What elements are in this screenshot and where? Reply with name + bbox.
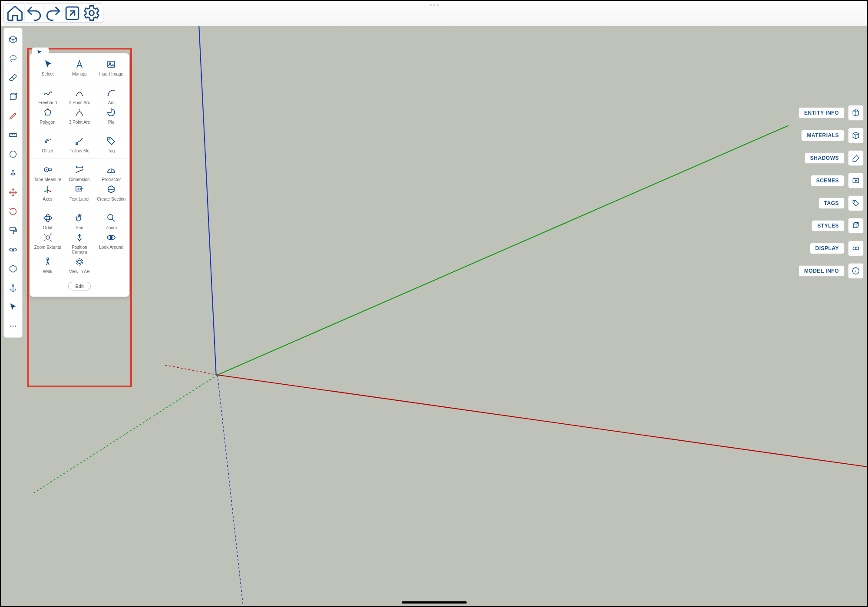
svg-marker-81 [78,260,81,264]
redo-button[interactable] [44,5,63,21]
home-button[interactable] [6,5,25,21]
svg-line-53 [76,170,83,172]
tags-icon[interactable] [848,195,864,211]
more-icon[interactable] [4,317,22,336]
shadows-icon[interactable] [848,150,864,166]
palette-tab[interactable]: + [32,47,49,56]
axis-blue [198,1,216,375]
orbit-icon[interactable] [4,240,22,259]
tool-tag[interactable]: Tag [96,135,127,154]
svg-point-68 [108,214,113,220]
tool-tape-measure[interactable]: Tape Measure [32,163,63,183]
tool-pie[interactable]: Pie [96,106,127,125]
svg-point-26 [15,326,16,327]
viewport-canvas[interactable] [1,1,867,607]
tool-select[interactable]: Select [32,58,63,77]
panel-model-info[interactable]: MODEL INFO [799,265,845,277]
display-icon[interactable] [848,241,864,256]
lasso-select-icon[interactable] [4,49,22,68]
tool-freehand[interactable]: Freehand [32,86,63,106]
tool-protractor[interactable]: Protractor [96,163,127,183]
axes-icon [42,184,53,195]
tool-walk[interactable]: Walk [32,255,63,275]
styles-icon[interactable] [848,218,864,234]
panel-materials[interactable]: MATERIALS [801,130,845,141]
cube-icon[interactable] [4,87,22,106]
svg-rect-5 [10,95,15,99]
palette-group: SelectMarkupInsert Image [30,53,129,82]
pencil-icon[interactable] [4,106,22,125]
tool-axes[interactable]: Axes [32,183,63,202]
tool-label: Tape Measure [34,177,61,182]
tool-label: Look Around [99,245,123,250]
panel-styles[interactable]: STYLES [812,220,845,231]
axis-red-neg [165,365,218,375]
svg-line-74 [50,240,52,241]
tool-look-around[interactable]: Look Around [96,231,127,255]
polygon-tool-icon[interactable] [4,259,22,278]
move-icon[interactable] [4,183,22,202]
svg-point-34 [108,95,109,96]
edit-palette-button[interactable]: Edit [68,282,91,290]
palette-group: Freehand2 Point ArcArcPolygon3 Point Arc… [30,82,129,130]
tool-zoom-extents[interactable]: Zoom Extents [32,231,63,255]
panel-row: MODEL INFO [799,263,864,279]
tool-dimension[interactable]: Dimension [63,163,95,183]
circle-icon[interactable] [4,145,22,164]
tool-orbit[interactable]: Orbit [32,211,63,231]
tool-label: Zoom Extents [34,245,61,250]
tool-label: Freehand [38,100,57,105]
svg-rect-29 [108,61,115,67]
warehouse-icon[interactable] [4,30,22,49]
entity-info-icon[interactable] [848,105,864,121]
palette-group: OffsetFollow MeTag [30,130,129,159]
tool-2-point-arc[interactable]: 2 Point Arc [63,86,95,106]
scenes-icon[interactable] [848,173,864,188]
tool-zoom[interactable]: Zoom [96,211,127,231]
tool-label: Follow Me [69,148,89,153]
tool-offset[interactable]: Offset [32,135,63,154]
anchor-icon[interactable] [4,278,22,297]
panel-row: MATERIALS [799,128,864,143]
undo-button[interactable] [25,5,44,21]
pie-icon [106,107,117,118]
export-button[interactable] [63,5,82,21]
settings-button[interactable] [82,5,101,21]
tool-label: Insert Image [99,72,124,76]
panel-scenes[interactable]: SCENES [811,175,845,186]
tool-markup[interactable]: Markup [63,58,95,77]
svg-line-69 [112,219,115,221]
tool-create-section[interactable]: Create Section [96,183,127,202]
svg-point-12 [16,154,17,155]
paint-icon[interactable] [4,221,22,240]
svg-point-37 [47,109,48,110]
tool-text-label[interactable]: A1Text Label [63,183,95,202]
freehand-icon [42,87,53,99]
tool-label: Walk [43,269,53,274]
svg-point-79 [47,258,49,260]
rotate-icon[interactable] [4,202,22,221]
tool-arc[interactable]: Arc [96,86,127,106]
panel-shadows[interactable]: SHADOWS [805,152,845,164]
tool-position-camera[interactable]: Position Camera [63,231,95,255]
zoom-icon [106,212,117,224]
offset-icon [42,135,53,147]
eraser-icon[interactable] [4,68,22,87]
panel-entity-info[interactable]: ENTITY INFO [799,107,845,119]
measure-icon[interactable] [4,125,22,145]
tool-view-in-ar[interactable]: View in AR [63,255,95,275]
pushpull-icon[interactable] [4,164,22,183]
tool-pan[interactable]: Pan [63,211,95,231]
tool-polygon[interactable]: Polygon [32,106,63,125]
tool-follow-me[interactable]: Follow Me [63,135,95,154]
svg-point-43 [50,139,51,140]
tool-3-point-arc[interactable]: 3 Point Arc [63,106,95,125]
materials-icon[interactable] [848,128,864,143]
window-handle-dots [430,4,439,6]
panel-display[interactable]: DISPLAY [810,243,845,254]
walk-icon [42,256,53,267]
tool-insert-image[interactable]: Insert Image [96,58,127,77]
model-info-icon[interactable] [848,263,864,279]
panel-tags[interactable]: TAGS [818,198,845,209]
select-cursor-icon[interactable] [4,297,22,317]
